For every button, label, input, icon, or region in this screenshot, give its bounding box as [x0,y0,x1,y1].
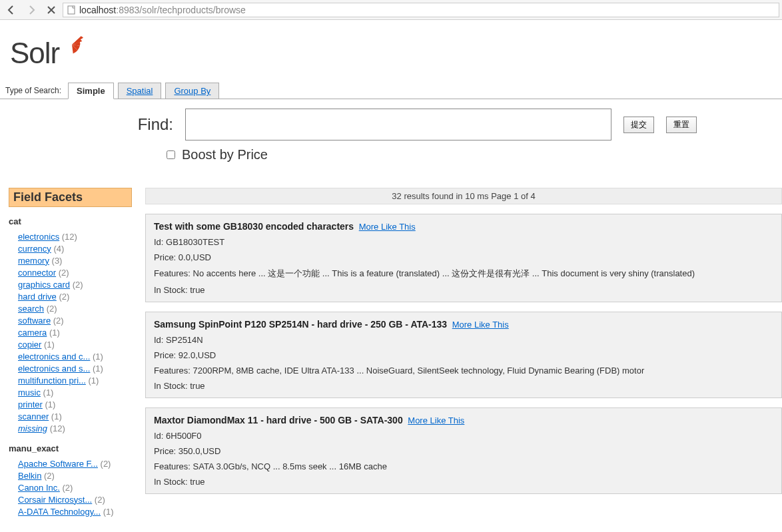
facet-item: printer (1) [18,398,132,410]
facet-item: Canon Inc. (2) [18,481,132,493]
facet-item: software (2) [18,314,132,326]
facet-link[interactable]: copier [18,340,41,350]
facet-link[interactable]: printer [18,399,43,409]
facet-link[interactable]: electronics [18,232,59,242]
facet-link[interactable]: connector [18,268,56,278]
facet-item: multifunction pri... (1) [18,374,132,386]
facet-count: (1) [90,364,103,374]
solr-logo: Solr [10,33,772,70]
reset-button[interactable]: 重置 [666,117,697,133]
facet-count: (2) [44,304,57,314]
facet-count: (1) [41,340,55,350]
results-area: 32 results found in 10 ms Page 1 of 4 Te… [145,188,782,517]
result-price: Price: 0.0,USD [154,252,773,262]
result-item: Samsung SpinPoint P120 SP2514N - hard dr… [145,312,782,398]
facet-count: (2) [98,459,111,469]
result-id: Id: GB18030TEST [154,237,773,247]
facet-item: music (1) [18,386,132,398]
more-like-this-link[interactable]: More Like This [408,415,464,425]
facet-link[interactable]: electronics and c... [18,352,90,362]
facet-link[interactable]: electronics and s... [18,364,90,374]
result-title: Samsung SpinPoint P120 SP2514N - hard dr… [154,319,447,330]
facet-link[interactable]: multifunction pri... [18,376,86,386]
more-like-this-link[interactable]: More Like This [359,222,416,232]
facet-link[interactable]: currency [18,244,51,254]
result-price: Price: 92.0,USD [154,350,773,360]
facet-link[interactable]: missing [18,423,47,433]
facet-count: (1) [47,328,60,338]
result-item: Test with some GB18030 encoded character… [145,214,782,302]
find-label: Find: [0,115,173,134]
logo-area: Solr [0,20,782,77]
facet-link[interactable]: A-DATA Technology... [18,507,101,517]
facet-link[interactable]: software [18,316,51,326]
facet-item: camera (1) [18,326,132,338]
result-title: Test with some GB18030 encoded character… [154,221,354,232]
facet-link[interactable]: scanner [18,411,49,421]
facet-item: Belkin (2) [18,469,132,481]
facet-count: (12) [59,232,77,242]
search-input[interactable] [185,109,611,140]
result-id: Id: SP2514N [154,335,773,345]
result-features: Features: 7200RPM, 8MB cache, IDE Ultra … [154,366,773,376]
result-features: Features: SATA 3.0Gb/s, NCQ ... 8.5ms se… [154,461,773,471]
svg-rect-0 [68,6,75,14]
facet-count: (12) [47,423,65,433]
back-button[interactable] [3,2,20,18]
boost-by-price-label: Boost by Price [182,147,268,162]
facet-link[interactable]: hard drive [18,292,57,302]
facet-count: (2) [57,292,70,302]
facet-link[interactable]: music [18,388,41,398]
facet-count: (1) [43,399,56,409]
facet-group-title: cat [9,216,132,226]
facet-item: electronics (12) [18,230,132,242]
facet-item: electronics and c... (1) [18,350,132,362]
forward-button[interactable] [23,2,40,18]
facet-link[interactable]: graphics card [18,280,70,290]
facet-item: A-DATA Technology... (1) [18,505,132,517]
result-stock: In Stock: true [154,381,773,391]
facet-link[interactable]: search [18,304,44,314]
tab-simple[interactable]: Simple [68,83,114,99]
result-item: Maxtor DiamondMax 11 - hard drive - 500 … [145,407,782,494]
facet-item: scanner (1) [18,410,132,422]
page-icon [66,5,77,15]
result-price: Price: 350.0,USD [154,446,773,456]
submit-button[interactable]: 提交 [623,117,654,133]
facet-link[interactable]: Apache Software F... [18,459,98,469]
facet-item: graphics card (2) [18,278,132,290]
more-like-this-link[interactable]: More Like This [452,320,509,330]
tab-spatial[interactable]: Spatial [118,83,162,99]
result-title: Maxtor DiamondMax 11 - hard drive - 500 … [154,415,403,425]
facet-item: memory (3) [18,254,132,266]
facet-item: Corsair Microsyst... (2) [18,493,132,505]
stop-button[interactable] [43,2,60,18]
facet-count: (2) [70,280,83,290]
result-stock: In Stock: true [154,477,773,487]
result-features: Features: No accents here ... 这是一个功能 ...… [154,268,773,280]
logo-swirl-icon [61,33,83,58]
browser-toolbar: localhost:8983/solr/techproducts/browse [0,0,782,20]
facet-group-title: manu_exact [9,443,132,453]
logo-text: Solr [10,37,59,70]
facet-item: electronics and s... (1) [18,362,132,374]
facet-count: (1) [49,411,62,421]
facet-item: hard drive (2) [18,290,132,302]
facet-link[interactable]: Belkin [18,471,41,481]
tab-group-by[interactable]: Group By [165,83,219,99]
address-bar[interactable]: localhost:8983/solr/techproducts/browse [63,3,779,17]
facet-link[interactable]: Canon Inc. [18,483,60,493]
facet-count: (2) [60,483,73,493]
facet-count: (2) [41,471,55,481]
facet-item: currency (4) [18,242,132,254]
boost-by-price-checkbox[interactable] [167,150,175,159]
facet-count: (3) [49,256,63,266]
facet-count: (4) [51,244,65,254]
facet-link[interactable]: camera [18,328,47,338]
facet-link[interactable]: memory [18,256,49,266]
facets-sidebar: Field Facets catelectronics (12)currency… [9,188,132,517]
facet-link[interactable]: Corsair Microsyst... [18,495,92,505]
facet-count: (2) [51,316,64,326]
facet-count: (2) [56,268,69,278]
facet-count: (1) [86,376,99,386]
